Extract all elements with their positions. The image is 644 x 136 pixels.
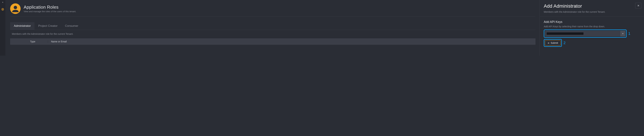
callout-number-2: 2 xyxy=(564,41,566,45)
tab-administrator[interactable]: Administrator xyxy=(10,22,34,30)
page-header: Application Roles View and manage the ro… xyxy=(10,4,536,16)
callout-highlight-dropdown: ▼ xyxy=(544,30,626,38)
expand-chevron-icon[interactable]: » xyxy=(2,1,4,4)
close-panel-button[interactable]: ✕ xyxy=(635,3,641,9)
tab-description: Members with the Administrator role for … xyxy=(10,30,536,38)
side-panel: ✕ Add Administrator Members with the Adm… xyxy=(540,0,644,56)
svg-point-4 xyxy=(14,6,17,9)
tab-bar: Administrator Project Creator Consumer xyxy=(10,22,536,30)
arrow-right-icon: ➔ xyxy=(548,42,549,44)
page-title: Application Roles xyxy=(24,5,76,10)
section-description: Add API Keys by selecting their name fro… xyxy=(544,25,641,28)
nav-rail: » xyxy=(0,0,6,56)
chevron-down-icon[interactable]: ▼ xyxy=(620,31,626,36)
tab-consumer[interactable]: Consumer xyxy=(61,22,82,30)
tab-project-creator[interactable]: Project Creator xyxy=(34,22,61,30)
callout-highlight-submit: ➔ Submit xyxy=(544,39,562,47)
page-subtitle: View and manage the roles of the users o… xyxy=(24,10,76,13)
submit-button[interactable]: ➔ Submit xyxy=(545,40,561,46)
header-divider xyxy=(10,16,536,17)
submit-button-label: Submit xyxy=(551,42,558,44)
panel-subtitle: Members with the Administrator role for … xyxy=(544,11,641,13)
panel-title: Add Administrator xyxy=(544,4,641,9)
table-header-name[interactable]: Name or Email xyxy=(48,40,534,43)
table-header-type[interactable]: Type xyxy=(18,40,48,43)
section-title: Add API Keys xyxy=(544,20,641,24)
add-icon[interactable] xyxy=(2,8,4,11)
main-content: Application Roles View and manage the ro… xyxy=(6,0,540,56)
api-key-dropdown[interactable]: ▼ xyxy=(545,31,626,36)
table-header: Type Name or Email xyxy=(10,38,536,45)
user-role-icon xyxy=(10,4,20,14)
panel-divider xyxy=(540,16,644,17)
callout-number-1: 1 xyxy=(628,31,631,36)
close-icon: ✕ xyxy=(637,4,640,7)
dropdown-selected-redacted xyxy=(547,32,584,35)
